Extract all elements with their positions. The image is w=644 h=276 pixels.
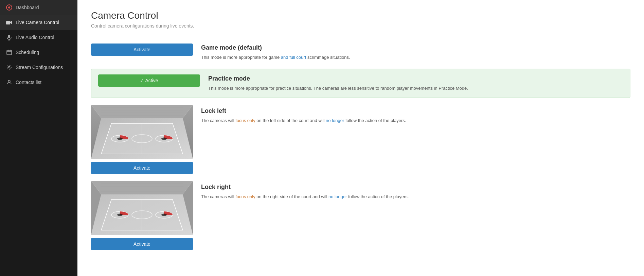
svg-point-38 bbox=[117, 213, 123, 216]
svg-rect-4 bbox=[8, 35, 10, 38]
mode-row-lock-left: Activate Lock left The cameras will focu… bbox=[91, 105, 630, 174]
mode-lock-right-title: Lock right bbox=[201, 184, 630, 191]
svg-marker-27 bbox=[91, 105, 193, 118]
mode-lock-left-title: Lock left bbox=[201, 107, 630, 115]
audio-icon bbox=[6, 34, 12, 40]
svg-marker-3 bbox=[10, 21, 12, 24]
mode-game-title: Game mode (default) bbox=[201, 44, 630, 51]
svg-point-1 bbox=[8, 6, 10, 8]
page-title: Camera Control bbox=[91, 10, 630, 21]
mode-lock-right-info: Lock right The cameras will focus only o… bbox=[201, 181, 630, 201]
mode-game-info: Game mode (default) This mode is more ap… bbox=[201, 44, 630, 61]
mode-practice-title: Practice mode bbox=[208, 75, 623, 82]
svg-rect-7 bbox=[7, 50, 12, 55]
mode-game-left: Activate bbox=[91, 44, 193, 56]
lock-left-image bbox=[91, 105, 193, 159]
lock-right-desc-only: focus only bbox=[235, 194, 255, 199]
svg-point-12 bbox=[8, 80, 10, 82]
dashboard-icon bbox=[6, 4, 12, 11]
svg-point-19 bbox=[117, 137, 123, 140]
mode-row-practice: ✓ Active Practice mode This mode is more… bbox=[91, 69, 630, 98]
sidebar-item-label: Live Audio Control bbox=[16, 35, 54, 40]
activate-game-button[interactable]: Activate bbox=[91, 44, 193, 56]
lock-right-desc-no: no longer bbox=[328, 194, 347, 199]
mode-lock-right-left: Activate bbox=[91, 181, 193, 250]
lock-right-image bbox=[91, 181, 193, 235]
sidebar-item-label: Contacts list bbox=[16, 80, 41, 85]
sidebar-item-contacts-list[interactable]: Contacts list bbox=[0, 75, 77, 90]
sidebar-item-label: Stream Configurations bbox=[16, 65, 63, 70]
activate-practice-button[interactable]: ✓ Active bbox=[98, 74, 200, 87]
page-subtitle: Control camera configurations during liv… bbox=[91, 23, 630, 29]
sidebar-item-live-camera[interactable]: Live Camera Control bbox=[0, 15, 77, 30]
activate-lock-left-button[interactable]: Activate bbox=[91, 162, 193, 174]
svg-marker-46 bbox=[91, 181, 193, 194]
svg-point-21 bbox=[161, 137, 167, 140]
gear-icon bbox=[6, 64, 12, 70]
svg-point-11 bbox=[8, 67, 10, 68]
sidebar-item-stream-configurations[interactable]: Stream Configurations bbox=[0, 60, 77, 75]
mode-lock-left-desc: The cameras will focus only on the left … bbox=[201, 117, 630, 124]
main-content: Camera Control Control camera configurat… bbox=[77, 0, 644, 276]
camera-icon bbox=[6, 19, 12, 25]
lock-left-desc-only: focus only bbox=[235, 118, 255, 123]
sidebar-item-live-audio[interactable]: Live Audio Control bbox=[0, 30, 77, 45]
sidebar-item-scheduling[interactable]: Scheduling bbox=[0, 45, 77, 60]
game-desc-highlight1: and full court bbox=[281, 55, 306, 60]
mode-lock-left-info: Lock left The cameras will focus only on… bbox=[201, 105, 630, 124]
contacts-icon bbox=[6, 79, 12, 85]
sidebar: Dashboard Live Camera Control Live Audio… bbox=[0, 0, 77, 276]
sidebar-item-dashboard[interactable]: Dashboard bbox=[0, 0, 77, 15]
mode-game-desc: This mode is more appropriate for game a… bbox=[201, 54, 630, 61]
mode-row-lock-right: Activate Lock right The cameras will foc… bbox=[91, 181, 630, 250]
mode-practice-desc: This mode is more appropriate for practi… bbox=[208, 85, 623, 92]
svg-point-40 bbox=[161, 213, 167, 216]
mode-row-game: Activate Game mode (default) This mode i… bbox=[91, 38, 630, 67]
sidebar-item-label: Live Camera Control bbox=[16, 20, 59, 25]
activate-lock-right-button[interactable]: Activate bbox=[91, 238, 193, 250]
lock-left-desc-no: no longer bbox=[326, 118, 344, 123]
svg-rect-2 bbox=[6, 21, 10, 24]
schedule-icon bbox=[6, 49, 12, 55]
mode-lock-left-left: Activate bbox=[91, 105, 193, 174]
sidebar-item-label: Scheduling bbox=[16, 50, 39, 55]
mode-practice-left: ✓ Active bbox=[98, 74, 200, 87]
mode-practice-info: Practice mode This mode is more appropri… bbox=[208, 74, 623, 92]
sidebar-item-label: Dashboard bbox=[16, 5, 39, 10]
mode-lock-right-desc: The cameras will focus only on the right… bbox=[201, 193, 630, 201]
